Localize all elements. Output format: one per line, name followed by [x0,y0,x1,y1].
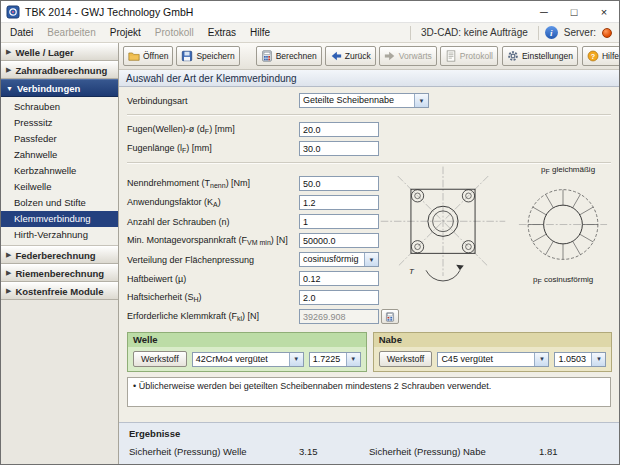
sidebar-item-bolzen-und-stifte[interactable]: Bolzen und Stifte [1,195,118,211]
nabe-material-select[interactable]: C45 vergütet ▼ [437,352,549,367]
menu-hilfe[interactable]: Hilfe [243,27,277,38]
menu-protokoll: Protokoll [148,27,201,38]
arrow-right-icon [384,50,396,62]
sidebar-item-presssitz[interactable]: Presssitz [1,115,118,131]
menu-extras[interactable]: Extras [201,27,243,38]
menu-datei[interactable]: Datei [3,27,40,38]
nabe-werkstoff-button[interactable]: Werkstoff [379,351,433,367]
chevron-right-icon: ▶ [6,66,11,74]
report-button: Protokoll [440,46,498,66]
sidebar-section-verbindungen[interactable]: ▼ Verbindungen [1,79,118,97]
separator [410,26,411,40]
chevron-down-icon[interactable]: ▼ [414,94,428,107]
menu-projekt[interactable]: Projekt [103,27,148,38]
fugenlaenge-input[interactable] [299,141,379,156]
combo-value: Geteilte Scheibennabe [300,94,414,107]
sidebar-section-kostenfreie-module[interactable]: ▶ Kostenfreie Module [1,282,118,300]
welle-panel-title: Welle [128,333,366,347]
result-welle-value: 3.15 [299,446,318,457]
sidebar-item-kerbzahnwelle[interactable]: Kerbzahnwelle [1,163,118,179]
diagram-area: pF gleichmäßig pF cosinusförmig T [377,163,615,295]
haftsicherheit-input[interactable] [299,290,379,305]
chevron-down-icon: ▼ [6,85,13,92]
label-sub: VM min [247,239,271,246]
chevron-down-icon[interactable]: ▼ [591,353,605,366]
sidebar-section-zahnradberechnung[interactable]: ▶ Zahnradberechnung [1,61,118,79]
chevron-down-icon[interactable]: ▼ [346,353,360,366]
chevron-right-icon: ▶ [6,269,11,277]
nabe-panel-title: Nabe [374,333,612,347]
server-label: Server: [564,27,596,38]
sidebar-item-passfeder[interactable]: Passfeder [1,131,118,147]
fugendurchmesser-input[interactable] [299,122,379,137]
help-button[interactable]: ? Hilfe [582,46,620,66]
calculate-button[interactable]: Berechnen [256,46,322,66]
klemmkraft-output [299,309,379,324]
back-button[interactable]: Zurück [325,46,376,66]
sidebar-item-keilwelle[interactable]: Keilwelle [1,179,118,195]
menu-bearbeiten: Bearbeiten [40,27,102,38]
label-text: ) [N] [271,235,288,245]
torque-label: T [409,267,414,276]
result-welle: Sicherheit (Pressung) Welle 3.15 [129,446,369,457]
forward-button: Vorwärts [379,46,437,66]
montagevorspannkraft-input[interactable] [299,233,379,248]
maximize-button[interactable]: □ [559,1,589,22]
calculate-button-label: Berechnen [276,51,317,61]
verbindungsart-select[interactable]: Geteilte Scheibennabe ▼ [299,93,429,108]
nenndrehmoment-input[interactable] [299,176,379,191]
sidebar-item-zahnwelle[interactable]: Zahnwelle [1,147,118,163]
verbindungsart-label: Verbindungsart [127,96,299,106]
close-button[interactable]: × [589,1,619,22]
chevron-down-icon[interactable]: ▼ [289,353,303,366]
welle-material-select[interactable]: 42CrMo4 vergütet ▼ [192,352,304,367]
sidebar-section-riemenberechnung[interactable]: ▶ Riemenberechnung [1,264,118,282]
anwendungsfaktor-input[interactable] [299,195,379,210]
open-button[interactable]: Öffnen [123,46,173,66]
chevron-down-icon[interactable]: ▼ [364,253,378,266]
sidebar-item-klemmverbindung[interactable]: Klemmverbindung [1,211,118,227]
haftbeiwert-input[interactable] [299,271,379,286]
separator [127,114,611,116]
sidebar-item-hirth-verzahnung[interactable]: Hirth-Verzahnung [1,227,118,243]
toolbar: Öffnen Speichern Berechnen Zurück V [119,43,619,70]
dropdown-arrow: ▼ [293,356,299,362]
results-row: Sicherheit (Pressung) Welle 3.15 Sicherh… [129,446,609,457]
minimize-button[interactable]: ─ [529,1,559,22]
pressure-uniform-label: pF gleichmäßig [541,165,595,175]
sidebar-item-schrauben[interactable]: Schrauben [1,99,118,115]
sidebar-section-label: Federberechnung [15,250,95,261]
sidebar-section-federberechnung[interactable]: ▶ Federberechnung [1,246,118,264]
menu-bar: Datei Bearbeiten Projekt Protokoll Extra… [1,23,619,43]
fugenlaenge-label: Fugenlänge (lF) [mm] [127,143,299,154]
combo-value: 1.7225 [310,353,346,366]
klemmkraft-calc-button[interactable] [381,309,399,324]
cad-status[interactable]: 3D-CAD: keine Aufträge [417,27,532,38]
row-fugendurchmesser: Fugen(Wellen)-ø (dF) [mm] [127,120,611,139]
anwendungsfaktor-label: Anwendungsfaktor (KA) [127,197,299,208]
klemmkraft-label: Erforderliche Klemmkraft (Fkl) [N] [127,311,299,322]
sidebar-section-label: Verbindungen [17,83,80,94]
app-window: TBK 2014 - GWJ Technology GmbH ─ □ × Dat… [0,0,620,465]
settings-button[interactable]: Einstellungen [502,46,578,66]
nabe-panel: Nabe Werkstoff C45 vergütet ▼ 1.0503 ▼ [373,332,613,372]
welle-material-number-select[interactable]: 1.7225 ▼ [309,352,361,367]
welle-werkstoff-button[interactable]: Werkstoff [133,351,187,367]
anzahl-schrauben-input[interactable] [299,214,379,229]
info-icon[interactable]: i [545,26,558,39]
dropdown-arrow: ▼ [419,98,425,104]
label-text: Haftsicherheit (S [127,292,194,302]
nabe-material-number-select[interactable]: 1.0503 ▼ [554,352,606,367]
combo-value: 1.0503 [555,353,591,366]
save-button[interactable]: Speichern [176,46,239,66]
folder-icon [128,50,140,62]
verteilung-select[interactable]: cosinusförmig ▼ [299,252,379,267]
row-verbindungsart: Verbindungsart Geteilte Scheibennabe ▼ [127,91,611,110]
label-text: Anzahl der Schrauben (n) [127,217,230,227]
save-icon [181,50,193,62]
combo-value: C45 vergütet [438,353,534,366]
combo-value: cosinusförmig [300,253,364,266]
chevron-down-icon[interactable]: ▼ [534,353,548,366]
pressure-cosine-label: pF cosinusförmig [533,275,593,285]
sidebar-section-welle-lager[interactable]: ▶ Welle / Lager [1,43,118,61]
